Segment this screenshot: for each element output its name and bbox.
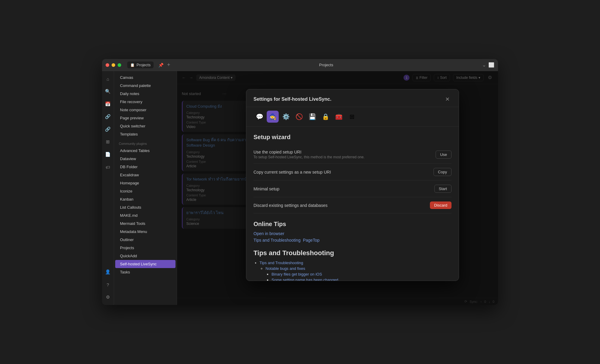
plugin-item-canvas[interactable]: Canvas (115, 73, 176, 82)
window-title: Projects (172, 63, 480, 67)
modal-tab-chat[interactable]: 💬 (254, 111, 266, 123)
plugin-item-tasks[interactable]: Tasks (115, 268, 176, 276)
tips-inline-links: Tips and Troubleshooting PageTop (254, 238, 452, 244)
plugin-item-homepage[interactable]: Homepage (115, 179, 176, 187)
title-bar: 📋 Projects 📌 + Projects ⌄ ⬜ (102, 59, 498, 71)
plugin-item-self-hosted-livesync[interactable]: Self-hosted LiveSync (115, 260, 176, 268)
use-uri-label: Use the copied setup URI (254, 150, 364, 154)
title-right-controls: ⌄ ⬜ (482, 62, 494, 68)
tips-link[interactable]: Tips and Troubleshooting (260, 261, 303, 265)
plugin-item-advanced-tables[interactable]: Advanced Tables (115, 147, 176, 155)
sidebar-toggle-icon[interactable]: ⬜ (488, 62, 494, 68)
online-tips-title: Online Tips (254, 221, 452, 228)
list-item: Some setting name has been changed (272, 278, 452, 281)
help-icon[interactable]: ? (104, 280, 112, 289)
modal-title: Settings for Self-hosted LiveSync. (254, 97, 332, 102)
avatar-icon[interactable]: 👤 (104, 268, 112, 276)
close-button[interactable] (106, 63, 109, 67)
app-body: ⌂ 🔍 📅 🔗 🔗 ⊞ 📄 🏷 👤 ? ⚙ Canvas Command pal… (102, 71, 498, 305)
plugin-item-metadata-menu[interactable]: Metadata Menu (115, 228, 176, 236)
plugin-sidebar: Canvas Command palette Daily notes File … (114, 71, 177, 305)
link-icon[interactable]: 🔗 (104, 125, 112, 133)
tab-label: Projects (136, 63, 151, 67)
plugin-item-excalidraw[interactable]: Excalidraw (115, 171, 176, 179)
modal-tab-toolbox[interactable]: 🧰 (333, 111, 345, 123)
modal-tab-lock[interactable]: 🔒 (320, 111, 332, 123)
plugin-item-dataview[interactable]: Dataview (115, 155, 176, 163)
setting-name-link[interactable]: Some setting name has been changed (272, 278, 338, 281)
traffic-lights (106, 63, 121, 67)
sidebar-icons: ⌂ 🔍 📅 🔗 🔗 ⊞ 📄 🏷 👤 ? ⚙ (102, 71, 114, 305)
list-item: Binary files get bigger on iOS (272, 272, 452, 276)
settings-icon[interactable]: ⚙ (104, 293, 112, 301)
modal-overlay[interactable]: Settings for Self-hosted LiveSync. ✕ 💬 🧙… (177, 71, 498, 305)
online-tips-section: Online Tips Open in browser Tips and Tro… (254, 221, 452, 244)
window-list-icon[interactable]: ⌄ (482, 62, 486, 68)
main-content: ← → Arnondora Content ▾ 1 ⧖ Filter ↕ Sor… (177, 71, 498, 305)
tab-icon: 📋 (130, 63, 135, 67)
settings-modal: Settings for Self-hosted LiveSync. ✕ 💬 🧙… (246, 89, 459, 281)
modal-body: Setup wizard Use the copied setup URI To… (246, 127, 459, 281)
pagetop-link[interactable]: PageTop (303, 238, 320, 243)
modal-tab-settings[interactable]: ⚙️ (280, 111, 292, 123)
settings-row-discard: Discard existing settings and databases … (254, 197, 452, 213)
settings-row-minimal-setup: Minimal setup Start (254, 181, 452, 197)
minimal-setup-button[interactable]: Start (434, 185, 452, 193)
search-icon[interactable]: 🔍 (104, 87, 112, 96)
plugin-item-quickadd[interactable]: QuickAdd (115, 252, 176, 260)
modal-tab-wizard[interactable]: 🧙 (267, 111, 279, 123)
plugin-item-daily-notes[interactable]: Daily notes (115, 90, 176, 98)
plugin-item-templates[interactable]: Templates (115, 130, 176, 138)
new-tab-button[interactable]: + (167, 62, 170, 68)
plugin-item-makemd[interactable]: MAKE.md (115, 211, 176, 219)
plugin-item-kanban[interactable]: Kanban (115, 195, 176, 203)
plugin-item-iconize[interactable]: Iconize (115, 187, 176, 195)
plugin-item-quick-switcher[interactable]: Quick switcher (115, 122, 176, 130)
plugin-item-file-recovery[interactable]: File recovery (115, 98, 176, 106)
discard-button[interactable]: Discard (430, 201, 452, 209)
settings-row-use-uri: Use the copied setup URI To setup Self-h… (254, 145, 452, 164)
setup-wizard-title: Setup wizard (254, 134, 452, 141)
tag-icon[interactable]: 🏷 (104, 163, 112, 171)
projects-tab[interactable]: 📋 Projects (127, 61, 154, 68)
modal-close-button[interactable]: ✕ (443, 95, 452, 103)
plugin-item-command-palette[interactable]: Command palette (115, 82, 176, 90)
graph-icon[interactable]: 🔗 (104, 112, 112, 121)
list-item: Tips and Troubleshooting Notable bugs an… (260, 261, 452, 281)
title-bar-tabs: 📋 Projects 📌 + (127, 61, 170, 68)
modal-tabs: 💬 🧙 ⚙️ 🚫 💾 🔒 🧰 ⊞ (246, 107, 459, 127)
plugin-item-page-preview[interactable]: Page preview (115, 114, 176, 122)
discard-label: Discard existing settings and databases (254, 203, 328, 208)
maximize-button[interactable] (118, 63, 121, 67)
modal-tab-ban[interactable]: 🚫 (293, 111, 305, 123)
copy-uri-label: Copy current settings as a new setup URI (254, 170, 331, 175)
tips-troubleshooting-link[interactable]: Tips and Troubleshooting (254, 238, 301, 243)
troubleshooting-title: Tips and Troubleshooting (254, 249, 452, 257)
plugin-item-note-composer[interactable]: Note composer (115, 106, 176, 114)
plugin-item-list-callouts[interactable]: List Callouts (115, 203, 176, 211)
community-plugins-label: Community plugins (114, 138, 177, 147)
list-item: Notable bugs and fixes Binary files get … (266, 266, 452, 281)
grid-icon[interactable]: ⊞ (104, 138, 112, 146)
home-icon[interactable]: ⌂ (104, 75, 112, 83)
copy-uri-button[interactable]: Copy (434, 168, 452, 176)
troubleshooting-list: Tips and Troubleshooting Notable bugs an… (254, 261, 452, 281)
plugin-item-outliner[interactable]: Outliner (115, 236, 176, 244)
pin-icon: 📌 (158, 63, 164, 67)
use-uri-sublabel: To setup Self-hosted LiveSync, this meth… (254, 155, 364, 159)
open-browser-link[interactable]: Open in browser (254, 231, 452, 236)
notable-bugs-link[interactable]: Notable bugs and fixes (266, 266, 305, 271)
plugin-item-db-folder[interactable]: DB Folder (115, 163, 176, 171)
settings-row-copy-uri: Copy current settings as a new setup URI… (254, 164, 452, 181)
plugin-item-mermaid-tools[interactable]: Mermaid Tools (115, 219, 176, 228)
modal-tab-grid[interactable]: ⊞ (346, 111, 358, 123)
plugin-item-projects[interactable]: Projects (115, 244, 176, 252)
modal-tab-save[interactable]: 💾 (306, 111, 318, 123)
modal-header: Settings for Self-hosted LiveSync. ✕ (246, 89, 459, 107)
calendar-icon[interactable]: 📅 (104, 100, 112, 108)
file-icon[interactable]: 📄 (104, 150, 112, 159)
use-uri-button[interactable]: Use (436, 151, 452, 159)
mac-window: 📋 Projects 📌 + Projects ⌄ ⬜ ⌂ 🔍 📅 🔗 🔗 ⊞ … (102, 59, 498, 305)
minimize-button[interactable] (112, 63, 115, 67)
binary-files-link[interactable]: Binary files get bigger on iOS (272, 272, 322, 276)
